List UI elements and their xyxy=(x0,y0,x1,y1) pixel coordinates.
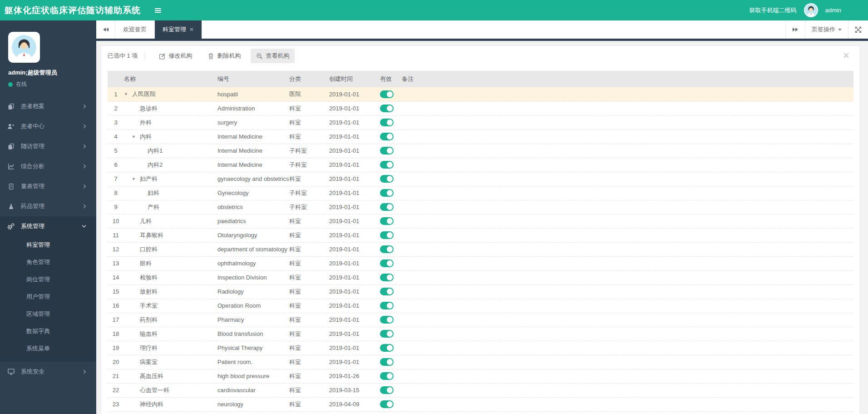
tab-operations-dropdown[interactable]: 页签操作 xyxy=(805,20,848,39)
valid-toggle[interactable] xyxy=(380,245,394,253)
valid-toggle[interactable] xyxy=(380,400,394,408)
sidebar-subitem[interactable]: 系统菜单 xyxy=(0,340,96,357)
table-row[interactable]: 2 ▼急诊科 Administration 科室 2019-01-01 xyxy=(108,101,853,115)
table-row[interactable]: 18 ▼输血科 Blood transfusion 科室 2019-01-01 xyxy=(108,327,853,341)
tab-department-management[interactable]: 科室管理 ✕ xyxy=(155,20,202,39)
sidebar-item[interactable]: 量表管理 xyxy=(0,176,96,196)
table-row[interactable]: 22 ▼心血管一科 cardiovascular 科室 2019-03-15 xyxy=(108,383,853,397)
valid-toggle[interactable] xyxy=(380,288,394,295)
qr-code-link[interactable]: 获取手机端二维码 xyxy=(750,6,797,15)
delete-org-button[interactable]: 删除机构 xyxy=(202,49,246,63)
valid-toggle[interactable] xyxy=(380,189,394,197)
valid-toggle[interactable] xyxy=(380,105,394,112)
user-avatar[interactable] xyxy=(804,3,818,17)
valid-toggle[interactable] xyxy=(380,316,394,324)
table-row[interactable]: 9 ▼产科 obstetrics 子科室 2019-01-01 xyxy=(108,200,853,214)
table-row[interactable]: 16 ▼手术室 Operation Room 科室 2019-01-01 xyxy=(108,299,853,313)
table-row[interactable]: 11 ▼耳鼻喉科 Otolaryngology 科室 2019-01-01 xyxy=(108,228,853,242)
caret-down-icon[interactable]: ▼ xyxy=(124,92,132,96)
valid-toggle[interactable] xyxy=(380,175,394,183)
table-row[interactable]: 6 ▼内科2 Internal Medicine 子科室 2019-01-01 xyxy=(108,158,853,172)
caret-down-icon[interactable]: ▼ xyxy=(132,177,140,181)
row-code: Radiology xyxy=(217,284,289,299)
valid-toggle[interactable] xyxy=(380,372,394,380)
table-row[interactable]: 21 ▼高血压科 high blood pressure 科室 2019-01-… xyxy=(108,369,853,383)
table-row[interactable]: 15 ▼放射科 Radiology 科室 2019-01-01 xyxy=(108,284,853,299)
table-row[interactable]: 8 ▼妇科 Gynecology 子科室 2019-01-01 xyxy=(108,186,853,200)
row-valid xyxy=(380,87,402,101)
modify-org-button[interactable]: 修改机构 xyxy=(153,49,197,63)
username[interactable]: admin xyxy=(825,7,841,14)
valid-toggle[interactable] xyxy=(380,133,394,140)
table-row[interactable]: 23 ▼神经内科 neurology 科室 2019-04-09 xyxy=(108,397,853,411)
valid-toggle[interactable] xyxy=(380,90,394,98)
valid-toggle[interactable] xyxy=(380,217,394,225)
valid-toggle[interactable] xyxy=(380,274,394,281)
valid-toggle[interactable] xyxy=(380,259,394,267)
row-valid xyxy=(380,158,402,172)
col-valid: 有效 xyxy=(380,71,402,87)
table-row[interactable]: 13 ▼眼科 ophthalmology 科室 2019-01-01 xyxy=(108,256,853,270)
sidebar-subitem[interactable]: 角色管理 xyxy=(0,254,96,271)
hamburger-menu-icon[interactable] xyxy=(154,7,162,14)
sidebar-item[interactable]: 药品管理 xyxy=(0,196,96,216)
sidebar-item[interactable]: 患者档案 xyxy=(0,96,96,116)
row-index: 12 xyxy=(108,242,124,256)
chevron-right-icon xyxy=(83,104,86,109)
row-code: Blood transfusion xyxy=(217,327,289,341)
table-row[interactable]: 4 ▼内科 Internal Medicine 科室 2019-01-01 xyxy=(108,130,853,144)
tree-indent xyxy=(124,334,132,334)
caret-down-icon[interactable]: ▼ xyxy=(132,135,140,139)
tab-bar: 欢迎首页 科室管理 ✕ 页签操作 xyxy=(96,20,868,41)
tabs-scroll-left-button[interactable] xyxy=(96,20,115,39)
sidebar-subitem[interactable]: 用户管理 xyxy=(0,288,96,305)
profile-avatar[interactable] xyxy=(8,32,40,63)
table-row[interactable]: 20 ▼病案室 Patient room. 科室 2019-01-01 xyxy=(108,355,853,369)
table-row[interactable]: 17 ▼药剂科 Pharmacy 科室 2019-01-01 xyxy=(108,313,853,327)
valid-toggle[interactable] xyxy=(380,119,394,126)
col-created: 创建时间 xyxy=(329,71,380,87)
sidebar-subitem[interactable]: 岗位管理 xyxy=(0,271,96,288)
sidebar-item[interactable]: 系统管理 xyxy=(0,216,96,236)
sidebar-subitem[interactable]: 科室管理 xyxy=(0,236,96,254)
valid-toggle[interactable] xyxy=(380,147,394,155)
valid-toggle[interactable] xyxy=(380,302,394,309)
table-row[interactable]: 19 ▼理疗科 Physical Therapy 科室 2019-01-01 xyxy=(108,341,853,355)
close-tab-icon[interactable]: ✕ xyxy=(189,26,194,33)
view-org-button[interactable]: 查看机构 xyxy=(251,49,295,63)
row-name-text: 输血科 xyxy=(140,330,158,337)
valid-toggle[interactable] xyxy=(380,231,394,239)
online-status-label: 在线 xyxy=(16,80,27,88)
table-row[interactable]: 5 ▼内科1 Internal Medicine 子科室 2019-01-01 xyxy=(108,144,853,158)
sidebar-item[interactable]: 随访管理 xyxy=(0,136,96,156)
valid-toggle[interactable] xyxy=(380,203,394,211)
valid-toggle[interactable] xyxy=(380,161,394,169)
valid-toggle[interactable] xyxy=(380,344,394,352)
valid-toggle[interactable] xyxy=(380,358,394,366)
fullscreen-expand-icon[interactable] xyxy=(848,20,868,39)
table-row[interactable]: 1 ▼人民医院 hospatil 医院 2019-01-01 xyxy=(108,87,853,101)
row-name-text: 心血管一科 xyxy=(140,387,169,394)
valid-toggle[interactable] xyxy=(380,330,394,338)
panel-close-icon[interactable]: ✕ xyxy=(843,51,850,60)
sidebar-subitem[interactable]: 数据字典 xyxy=(0,323,96,340)
tabs-scroll-right-button[interactable] xyxy=(785,20,805,39)
sidebar-item[interactable]: 综合分析 xyxy=(0,156,96,176)
table-row[interactable]: 12 ▼口腔科 department of stomatology 科室 201… xyxy=(108,242,853,256)
row-valid xyxy=(380,214,402,228)
row-category: 科室 xyxy=(289,115,329,130)
sidebar-item[interactable]: 系统安全 xyxy=(0,362,96,382)
table-row[interactable]: 14 ▼检验科 Inspection Division 科室 2019-01-0… xyxy=(108,270,853,284)
row-name-text: 高血压科 xyxy=(140,373,163,379)
tab-welcome[interactable]: 欢迎首页 xyxy=(115,20,155,39)
table-row[interactable]: 3 ▼外科 surgery 科室 2019-01-01 xyxy=(108,115,853,130)
table-row[interactable]: 7 ▼妇产科 gynaecology and obstetrics 科室 201… xyxy=(108,172,853,186)
sidebar-subitem[interactable]: 区域管理 xyxy=(0,305,96,323)
sidebar-item[interactable]: 患者中心 xyxy=(0,116,96,136)
row-name-text: 理疗科 xyxy=(140,344,158,351)
table-row[interactable]: 10 ▼儿科 paediatrics 科室 2019-01-01 xyxy=(108,214,853,228)
row-note xyxy=(402,341,853,355)
valid-toggle[interactable] xyxy=(380,386,394,394)
tree-indent xyxy=(124,137,132,137)
desktop-icon xyxy=(7,369,15,375)
